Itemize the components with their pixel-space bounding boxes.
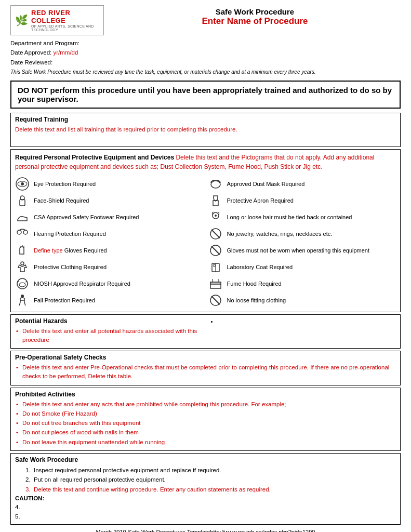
- prohibited-item-5: Do not leave this equipment unattended w…: [15, 438, 396, 447]
- date-reviewed-line: Date Reviewed:: [10, 58, 401, 67]
- dust-mask-icon: [208, 177, 223, 191]
- prohibited-item-1: Delete this text and enter any acts that…: [15, 400, 396, 409]
- step-5: 5.: [15, 512, 396, 521]
- date-approved-value: yr/mm/dd: [53, 49, 78, 56]
- hazards-left: Potential Hazards Delete this text and e…: [11, 315, 206, 349]
- pre-operational-item-1: Delete this text and enter Pre-Operation…: [15, 363, 396, 381]
- step-3: 3. Delete this text and continue writing…: [15, 485, 396, 494]
- pre-operational-section: Pre-Operational Safety Checks Delete thi…: [10, 351, 401, 385]
- logo-sub: of Applied Arts, Science and Technology: [31, 24, 99, 32]
- footwear-label: CSA Approved Safety Footwear Required: [34, 214, 139, 221]
- step-2: 2. Put on all required personal protecti…: [15, 475, 396, 484]
- ppe-section: Required Personal Protective Equipment a…: [10, 149, 401, 312]
- pre-operational-title: Pre-Operational Safety Checks: [11, 351, 400, 362]
- svg-point-10: [21, 262, 24, 265]
- ppe-item-eye: Eye Protection Required: [15, 176, 203, 192]
- lab-coat-label: Laboratory Coat Required: [227, 263, 293, 271]
- ppe-item-hearing: Hearing Protection Required: [15, 225, 203, 242]
- hazards-right-list: [210, 317, 396, 326]
- hazards-grid: Potential Hazards Delete this text and e…: [11, 315, 400, 349]
- ppe-item-face-shield: Face-Shield Required: [15, 192, 203, 209]
- svg-point-5: [17, 230, 21, 234]
- hair-icon: [208, 210, 223, 224]
- prohibited-item-2: Do not Smoke (Fire Hazard): [15, 409, 396, 418]
- title-area: Safe Work Procedure Enter Name of Proced…: [104, 5, 401, 26]
- hazards-title: Potential Hazards: [11, 315, 206, 326]
- header: 🌿 Red River College of Applied Arts, Sci…: [10, 5, 401, 35]
- meta-notice: This Safe Work Procedure must be reviewe…: [10, 68, 401, 76]
- face-shield-label: Face-Shield Required: [34, 197, 89, 204]
- meta-info: Department and Program: Date Approved: y…: [10, 38, 401, 76]
- logo-name: Red River College: [31, 9, 99, 24]
- step-4: 4.: [15, 503, 396, 512]
- hazards-right-item: [210, 317, 396, 326]
- date-approved-line: Date Approved: yr/mm/dd: [10, 48, 401, 57]
- ppe-item-clothing: Protective Clothing Required: [15, 259, 203, 275]
- svg-line-24: [211, 246, 220, 255]
- svg-line-33: [211, 296, 220, 304]
- ppe-item-fume-hood: Fume Hood Required: [208, 275, 396, 292]
- svg-line-14: [25, 281, 27, 282]
- gloves-label: Define type Gloves Required: [34, 247, 107, 254]
- ppe-item-jewelry: No jewelry, watches, rings, necklaces et…: [208, 225, 396, 242]
- ppe-item-no-loose-clothing: No loose fitting clothing: [208, 292, 396, 309]
- pre-operational-list: Delete this text and enter Pre-Operation…: [15, 363, 396, 381]
- ppe-item-no-gloves: Gloves must not be worn when operating t…: [208, 242, 396, 259]
- required-training-section: Required Training Delete this text and l…: [10, 113, 401, 147]
- ppe-left-col: Eye Protection Required Face-Shield Requ…: [15, 176, 203, 309]
- prohibited-list: Delete this text and enter any acts that…: [15, 400, 396, 447]
- footwear-icon: [15, 210, 30, 224]
- footer-link[interactable]: http://www.rrc.mb.ca/index.php?pid=1290: [210, 529, 315, 532]
- ppe-item-hair: Long or loose hair must be tied back or …: [208, 209, 396, 225]
- eye-protection-label: Eye Protection Required: [34, 180, 96, 188]
- page: 🌿 Red River College of Applied Arts, Sci…: [10, 5, 401, 532]
- footer-text: March 2010-Safe Work Procedures Template: [96, 529, 210, 532]
- ppe-item-apron: Protective Apron Required: [208, 192, 396, 209]
- respirator-icon: [15, 276, 30, 291]
- fall-protection-icon: [15, 293, 30, 308]
- jewelry-label: No jewelry, watches, rings, necklaces et…: [227, 230, 333, 237]
- svg-point-20: [215, 215, 217, 217]
- required-training-body: Delete this text and list all training t…: [11, 124, 400, 147]
- svg-rect-29: [210, 282, 221, 284]
- svg-point-2: [21, 182, 24, 185]
- footer: March 2010-Safe Work Procedures Template…: [10, 529, 401, 532]
- ppe-item-respirator: NIOSH Approved Respirator Required: [15, 275, 203, 292]
- ppe-item-dust-mask: Approved Dust Mask Required: [208, 176, 396, 192]
- svg-rect-4: [20, 200, 25, 206]
- hearing-icon: [15, 227, 30, 241]
- ppe-header: Required Personal Protective Equipment a…: [15, 153, 396, 171]
- apron-label: Protective Apron Required: [227, 197, 294, 204]
- safe-work-steps: 1. Inspect required personal protective …: [15, 466, 396, 494]
- dust-mask-label: Approved Dust Mask Required: [227, 180, 305, 188]
- svg-point-6: [23, 230, 28, 234]
- safe-work-title: Safe Work Procedure: [11, 454, 400, 464]
- ppe-item-fall: Fall Protection Required: [15, 292, 203, 309]
- logo-icon: 🌿: [15, 14, 28, 26]
- hair-label: Long or loose hair must be tied back or …: [227, 214, 352, 221]
- warning-text: DO NOT perform this procedure until you …: [18, 86, 393, 103]
- eye-protection-icon: [15, 177, 30, 191]
- caution-label: CAUTION:: [15, 494, 396, 503]
- svg-point-12: [19, 283, 25, 287]
- lab-coat-icon: [208, 260, 223, 274]
- svg-rect-27: [214, 264, 215, 267]
- hazards-item-1: Delete this text and enter all potential…: [15, 327, 202, 345]
- no-jewelry-icon: [208, 227, 223, 241]
- logo-text: Red River College of Applied Arts, Scien…: [31, 9, 99, 32]
- prohibited-item-3: Do not cut tree branches with this equip…: [15, 419, 396, 428]
- required-training-text: Delete this text and list all training t…: [15, 126, 237, 132]
- face-shield-icon: [15, 193, 30, 208]
- hazards-section: Potential Hazards Delete this text and e…: [10, 314, 401, 349]
- svg-point-11: [17, 278, 28, 289]
- title-main: Safe Work Procedure: [109, 7, 401, 16]
- ppe-grid: Eye Protection Required Face-Shield Requ…: [15, 176, 396, 309]
- fume-hood-label: Fume Hood Required: [227, 280, 282, 287]
- prohibited-title: Prohibited Activities: [11, 388, 400, 399]
- step-1: 1. Inspect required personal protective …: [15, 466, 396, 475]
- required-training-title: Required Training: [11, 113, 400, 124]
- svg-line-22: [211, 230, 220, 238]
- logo-area: 🌿 Red River College of Applied Arts, Sci…: [10, 5, 104, 35]
- ppe-item-lab-coat: Laboratory Coat Required: [208, 259, 396, 275]
- fall-protection-label: Fall Protection Required: [34, 297, 95, 304]
